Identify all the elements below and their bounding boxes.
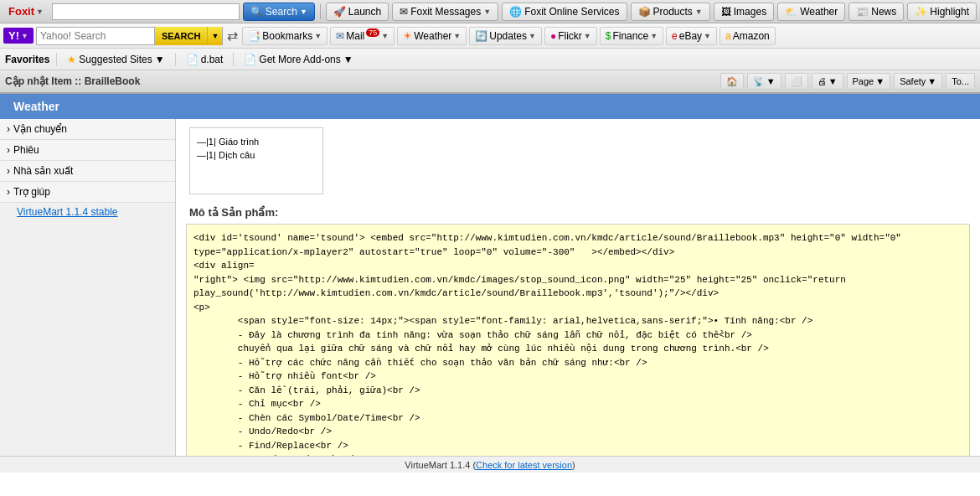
sidebar: › Vận chuyển › Phiêu › Nhà sản xuất › Tr… bbox=[0, 119, 176, 456]
favorites-bar: Favorites ★ Suggested Sites ▼ 📄 d.bat 📄 … bbox=[0, 49, 980, 70]
mail-button[interactable]: ✉ Mail 75 ▼ bbox=[330, 27, 395, 45]
arrow-icon-1: › bbox=[7, 123, 10, 135]
foxit-messages-button[interactable]: ✉ Foxit Messages ▼ bbox=[392, 3, 498, 21]
tools-button[interactable]: To... bbox=[946, 73, 975, 90]
html-editor[interactable]: <div id='tsound' name='tsound'> <embed s… bbox=[186, 224, 970, 456]
page-menu-button[interactable]: Page ▼ bbox=[847, 73, 891, 90]
updates-arrow: ▼ bbox=[529, 32, 536, 40]
sidebar-item-nha-san-xuat[interactable]: › Nhà sản xuất bbox=[0, 161, 175, 182]
get-addons-button[interactable]: 📄 Get More Add-ons ▼ bbox=[240, 52, 356, 67]
safety-button[interactable]: Safety ▼ bbox=[894, 73, 942, 90]
yahoo-weather-icon: ☀ bbox=[403, 30, 412, 42]
page-arrow: ▼ bbox=[875, 76, 885, 86]
address-bar[interactable] bbox=[52, 3, 240, 20]
products-icon: 📦 bbox=[638, 6, 651, 18]
page-bar-right: 🏠 📡 ▼ ⬜ 🖨 ▼ Page ▼ Safety ▼ To... bbox=[720, 73, 975, 90]
foxit-logo[interactable]: Foxit ▼ bbox=[3, 5, 49, 18]
online-icon: 🌐 bbox=[509, 6, 522, 18]
weather-tab-bar: Weather bbox=[0, 94, 980, 119]
mail-arrow: ▼ bbox=[381, 32, 389, 40]
foxit-logo-text: Foxit bbox=[8, 5, 34, 18]
virtuemart-link[interactable]: VirtueMart 1.1.4 stable bbox=[0, 203, 175, 221]
status-link[interactable]: Check for latest version bbox=[476, 460, 572, 470]
weather-icon: ⛅ bbox=[785, 6, 797, 18]
product-desc-title: Mô tả Sản phẩm: bbox=[176, 203, 980, 224]
sidebar-item-label-1: Phiêu bbox=[13, 144, 39, 156]
products-button[interactable]: 📦 Products ▼ bbox=[631, 3, 710, 21]
print-icon: 🖨 bbox=[818, 76, 827, 86]
tools-label: To... bbox=[952, 76, 969, 86]
bookmarks-button[interactable]: 📑 Bookmarks ▼ bbox=[242, 27, 328, 45]
status-text-after: ) bbox=[572, 460, 575, 470]
page-title: Cập nhật Item :: BrailleBook bbox=[5, 75, 140, 87]
flickr-button[interactable]: ● Flickr ▼ bbox=[544, 27, 597, 45]
product-images-area: —|1| Giáo trình —|1| Dịch câu bbox=[176, 119, 980, 203]
images-button[interactable]: 🖼 Images bbox=[714, 3, 774, 21]
arrow-icon-4: › bbox=[7, 186, 10, 198]
sidebar-item-label-0: Vận chuyển bbox=[13, 123, 67, 135]
yahoo-weather-arrow: ▼ bbox=[453, 32, 461, 40]
ebay-button[interactable]: e eBay ▼ bbox=[666, 27, 717, 45]
foxit-toolbar: Foxit ▼ 🔍 Search ▼ 🚀 Launch ✉ Foxit Mess… bbox=[0, 0, 980, 23]
yahoo-weather-button[interactable]: ☀ Weather ▼ bbox=[397, 27, 467, 45]
page-bar: Cập nhật Item :: BrailleBook 🏠 📡 ▼ ⬜ 🖨 ▼… bbox=[0, 70, 980, 94]
sidebar-item-van-chuyen[interactable]: › Vận chuyển bbox=[0, 119, 175, 140]
finance-icon: $ bbox=[606, 30, 611, 42]
search-btn-label: Search bbox=[266, 6, 297, 18]
page-icon-2: 📄 bbox=[244, 54, 256, 65]
print-button[interactable]: 🖨 ▼ bbox=[812, 73, 843, 90]
mail-icon: ✉ bbox=[336, 30, 344, 42]
sidebar-item-label-2: Nhà sản xuất bbox=[13, 165, 73, 177]
launch-button[interactable]: 🚀 Launch bbox=[326, 3, 389, 21]
home-icon: 🏠 bbox=[726, 76, 738, 87]
chevron-down-icon-2: ▼ bbox=[343, 54, 353, 65]
sidebar-item-tro-giup[interactable]: › Trợ giúp bbox=[0, 182, 175, 203]
sidebar-item-phieu[interactable]: › Phiêu bbox=[0, 140, 175, 161]
foxit-online-button[interactable]: 🌐 Foxit Online Services bbox=[502, 3, 627, 21]
updates-button[interactable]: 🔄 Updates ▼ bbox=[469, 27, 542, 45]
fav-separator-2 bbox=[175, 53, 176, 66]
page-size-icon: ⬜ bbox=[791, 76, 802, 87]
yahoo-logo-text: Y! bbox=[8, 29, 19, 42]
yahoo-search-arrow-button[interactable]: ▼ bbox=[207, 27, 222, 45]
bookmarks-arrow: ▼ bbox=[314, 32, 322, 40]
content-area: —|1| Giáo trình —|1| Dịch câu Mô tả Sản … bbox=[176, 119, 980, 456]
suggested-sites-button[interactable]: ★ Suggested Sites ▼ bbox=[64, 52, 168, 67]
products-arrow: ▼ bbox=[695, 8, 703, 16]
star-icon: ★ bbox=[67, 54, 76, 65]
amazon-button[interactable]: a Amazon bbox=[720, 27, 776, 45]
weather-button[interactable]: ⛅ Weather bbox=[777, 3, 845, 21]
flickr-icon: ● bbox=[550, 30, 556, 42]
html-content: <div id='tsound' name='tsound'> <embed s… bbox=[193, 231, 962, 456]
refresh-button[interactable]: ⇄ bbox=[225, 28, 240, 44]
updates-icon: 🔄 bbox=[475, 30, 487, 42]
sidebar-item-label-3: Trợ giúp bbox=[13, 186, 50, 198]
finance-arrow: ▼ bbox=[650, 32, 658, 40]
foxit-search-button[interactable]: 🔍 Search ▼ bbox=[243, 3, 315, 21]
search-arrow: ▼ bbox=[300, 8, 307, 16]
ebay-icon: e bbox=[672, 30, 678, 42]
search-icon: 🔍 bbox=[250, 6, 263, 18]
amazon-icon: a bbox=[725, 30, 731, 42]
yahoo-logo-arrow[interactable]: ▼ bbox=[21, 32, 28, 40]
weather-tab-label[interactable]: Weather bbox=[13, 100, 59, 113]
safety-arrow: ▼ bbox=[927, 76, 936, 86]
page-size-button[interactable]: ⬜ bbox=[785, 73, 808, 90]
yahoo-search-input[interactable] bbox=[37, 30, 154, 42]
thumb-line-2: —|1| Dịch câu bbox=[197, 148, 316, 163]
main-layout: › Vận chuyển › Phiêu › Nhà sản xuất › Tr… bbox=[0, 119, 980, 456]
yahoo-logo[interactable]: Y! ▼ bbox=[3, 28, 34, 44]
favorites-label: Favorites bbox=[5, 54, 49, 65]
rss-button[interactable]: 📡 ▼ bbox=[747, 73, 781, 90]
product-thumb-container: —|1| Giáo trình —|1| Dịch câu bbox=[189, 127, 323, 194]
home-button[interactable]: 🏠 bbox=[720, 73, 744, 90]
foxit-logo-arrow[interactable]: ▼ bbox=[36, 8, 44, 16]
thumb-line-1: —|1| Giáo trình bbox=[197, 135, 316, 148]
highlight-button[interactable]: ✨ Highlight bbox=[907, 3, 977, 21]
chevron-down-icon: ▼ bbox=[155, 54, 165, 65]
yahoo-search-button[interactable]: SEARCH bbox=[154, 27, 207, 45]
finance-button[interactable]: $ Finance ▼ bbox=[600, 27, 663, 45]
status-bar: VirtueMart 1.1.4 ( Check for latest vers… bbox=[0, 456, 980, 473]
news-button[interactable]: 📰 News bbox=[848, 3, 904, 21]
d-bat-button[interactable]: 📄 d.bat bbox=[183, 52, 227, 67]
